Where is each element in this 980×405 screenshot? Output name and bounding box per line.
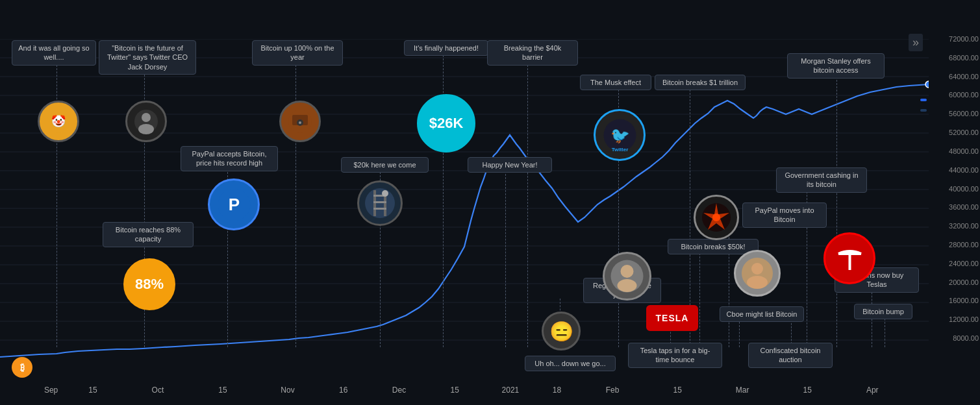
annotation-a15: Bitcoin breaks $50k! xyxy=(668,239,759,254)
svg-point-46 xyxy=(751,263,763,275)
x-label-feb: Feb xyxy=(606,386,620,395)
svg-point-26 xyxy=(299,121,301,124)
y-label-20k: 20000.00 xyxy=(949,278,979,286)
x-label-15c: 15 xyxy=(451,386,459,395)
svg-text:P: P xyxy=(228,195,239,214)
annotation-a20: Morgan Stanley offers bitcoin access xyxy=(787,53,885,79)
icon-a6 xyxy=(357,180,403,226)
annotation-a22: Bitcoin bump xyxy=(854,304,912,319)
annotation-a19: Confiscated bitcoin auction xyxy=(748,343,833,368)
svg-point-41 xyxy=(618,279,637,292)
y-label-52k: 52000.00 xyxy=(949,129,979,136)
svg-rect-33 xyxy=(373,201,386,203)
x-label-dec: Dec xyxy=(392,386,406,395)
y-label-32k: 32000.00 xyxy=(949,222,979,230)
y-label-72k: 72000.00 xyxy=(949,35,979,43)
nav-arrow-right[interactable]: » xyxy=(909,34,923,51)
svg-point-35 xyxy=(382,190,388,197)
icon-a3 xyxy=(279,101,321,142)
y-label-16k: 16000.00 xyxy=(949,297,979,304)
annotation-a18: Government cashing in its bitcoin xyxy=(776,167,867,193)
x-label-15b: 15 xyxy=(218,386,227,395)
icon-tesla: TESLA xyxy=(646,305,698,331)
annotation-a7: It's finally happened! xyxy=(404,40,488,56)
y-label-24k: 24000.00 xyxy=(949,260,979,267)
svg-text:🐦: 🐦 xyxy=(610,126,629,145)
icon-musk: 🐦 Twitter xyxy=(594,109,646,161)
current-price-badge xyxy=(920,99,927,101)
x-label-18: 18 xyxy=(553,386,561,395)
y-label-36k: 36000.00 xyxy=(949,203,979,211)
chart-container: 72000.00 68000.00 64000.00 60000.00 5600… xyxy=(0,0,980,405)
annotation-a8: Breaking the $40k barrier xyxy=(487,40,578,66)
svg-point-22 xyxy=(138,124,154,134)
annotation-a5: Bitcoin reaches 88% capacity xyxy=(103,222,194,247)
icon-a2 xyxy=(125,101,167,142)
annotation-a3: Bitcoin up 100% on the year xyxy=(252,40,343,66)
icon-88pct: 88% xyxy=(123,258,175,310)
y-label-8k: 8000.00 xyxy=(953,334,979,342)
svg-point-40 xyxy=(621,265,634,278)
x-label-apr: Apr xyxy=(866,386,879,395)
icon-btc50k xyxy=(734,250,781,297)
x-label-2021: 2021 xyxy=(502,386,520,395)
btc-logo-bottom: ₿ xyxy=(12,357,32,378)
x-label-15a: 15 xyxy=(88,386,97,395)
x-label-nov: Nov xyxy=(281,386,294,395)
annotation-a4: PayPal accepts Bitcoin, price hits recor… xyxy=(181,146,278,171)
annotation-a9: Happy New Year! xyxy=(468,157,552,173)
annotation-a2: "Bitcoin is the future of Twitter" says … xyxy=(99,40,196,75)
y-label-12k: 12000.00 xyxy=(949,315,979,323)
x-label-mar: Mar xyxy=(736,386,749,395)
svg-text:Twitter: Twitter xyxy=(611,147,628,153)
y-label-28k: 28000.00 xyxy=(949,241,979,249)
icon-26k: $26K xyxy=(417,94,475,153)
annotation-a6: $20k here we come xyxy=(341,157,429,173)
annotation-a10: The Musk effect xyxy=(580,75,651,90)
icon-uhoh: 😑 xyxy=(542,312,581,350)
annotation-a13: Uh oh... down we go... xyxy=(525,356,616,371)
y-label-48k: 48000.00 xyxy=(949,147,979,155)
previous-price-badge xyxy=(920,109,927,112)
x-label-16: 16 xyxy=(339,386,347,395)
x-label-15e: 15 xyxy=(803,386,812,395)
y-label-64k: 64000.00 xyxy=(949,73,979,80)
y-label-56k: 56000.00 xyxy=(949,110,979,117)
icon-regulators xyxy=(603,252,651,301)
icon-paypal2 xyxy=(694,195,739,240)
icon-paypal: P xyxy=(208,178,260,230)
svg-text:🤡: 🤡 xyxy=(51,114,66,129)
svg-point-17 xyxy=(925,81,929,88)
icon-tesla2 xyxy=(823,232,875,284)
y-label-60k: 60000.00 xyxy=(949,91,979,99)
svg-point-47 xyxy=(747,276,768,289)
annotation-a11: Bitcoin breaks $1 trillion xyxy=(655,75,746,90)
svg-point-21 xyxy=(142,113,151,122)
svg-rect-34 xyxy=(373,208,386,210)
x-label-sep: Sep xyxy=(44,386,58,395)
y-label-68k: 68000.00 xyxy=(949,54,979,62)
y-label-40k: 40000.00 xyxy=(949,185,979,193)
annotation-a16: PayPal moves into Bitcoin xyxy=(742,202,827,228)
x-label-oct: Oct xyxy=(152,386,164,395)
annotation-a17: Cboe might list Bitcoin xyxy=(720,306,804,322)
icon-a1: 🤡 xyxy=(38,101,79,142)
annotation-a14: Tesla taps in for a big-time bounce xyxy=(628,343,722,368)
x-label-15d: 15 xyxy=(673,386,681,395)
annotation-a1: And it was all going so well.... xyxy=(12,40,96,66)
svg-point-44 xyxy=(712,214,720,221)
y-label-44k: 44000.00 xyxy=(949,166,979,174)
